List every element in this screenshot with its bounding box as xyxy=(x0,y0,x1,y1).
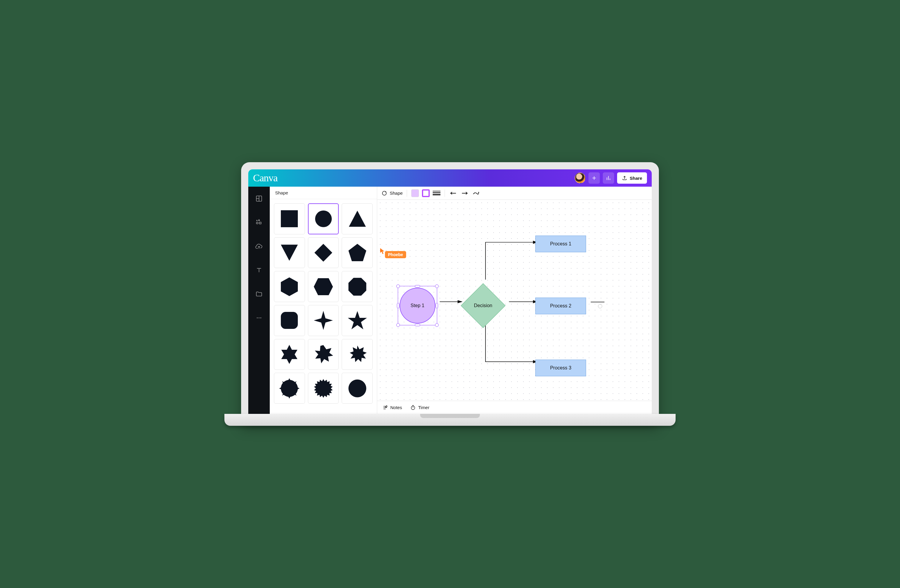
timer-label: Timer xyxy=(418,405,430,410)
canvas-region: Shape xyxy=(377,187,652,414)
svg-marker-36 xyxy=(297,387,299,390)
shape-seal-20[interactable] xyxy=(308,373,339,404)
node-label: Process 2 xyxy=(550,303,571,309)
bottom-bar: Notes Timer xyxy=(377,401,652,414)
notes-button[interactable]: Notes xyxy=(383,405,402,410)
topbar: Canva Share xyxy=(248,169,652,187)
node-process-1[interactable]: Process 1 xyxy=(535,235,586,252)
svg-rect-26 xyxy=(281,312,298,329)
shape-pentagon[interactable] xyxy=(342,237,373,268)
line-weight-button[interactable] xyxy=(433,189,441,197)
svg-marker-19 xyxy=(349,211,366,227)
node-process-2[interactable]: Process 2 xyxy=(535,297,586,314)
share-label: Share xyxy=(630,176,642,181)
svg-marker-30 xyxy=(315,345,333,363)
laptop-base xyxy=(224,414,676,426)
collaborator-name: Phoebe xyxy=(385,251,406,258)
resize-handle[interactable] xyxy=(397,303,399,308)
shape-circle[interactable] xyxy=(308,203,339,234)
notes-icon xyxy=(383,405,388,410)
shape-square[interactable] xyxy=(274,203,305,234)
svg-marker-23 xyxy=(281,277,298,296)
svg-marker-27 xyxy=(313,311,333,330)
rail-more-icon[interactable] xyxy=(253,312,265,324)
shape-triangle-down[interactable] xyxy=(274,237,305,268)
line-style-curved[interactable] xyxy=(472,189,480,197)
shape-star-5[interactable] xyxy=(342,305,373,336)
divider xyxy=(445,190,445,197)
shape-triangle[interactable] xyxy=(342,203,373,234)
shape-type-dropdown[interactable]: Shape xyxy=(382,190,403,196)
resize-handle[interactable] xyxy=(435,323,439,327)
shape-hexagon-h[interactable] xyxy=(308,271,339,302)
svg-point-15 xyxy=(259,317,260,319)
circle-tool-icon xyxy=(382,190,387,196)
canvas[interactable]: Phoebe xyxy=(377,200,652,401)
svg-point-16 xyxy=(261,317,261,319)
node-label: Process 3 xyxy=(550,365,571,371)
rail-templates-icon[interactable] xyxy=(253,193,265,204)
svg-marker-31 xyxy=(350,346,367,362)
svg-marker-28 xyxy=(348,311,367,330)
svg-rect-17 xyxy=(281,210,298,227)
shape-star-6[interactable] xyxy=(274,339,305,370)
resize-handle[interactable] xyxy=(396,323,400,327)
line-start-none[interactable] xyxy=(449,189,458,197)
svg-rect-10 xyxy=(259,222,261,224)
cursor-pointer-icon xyxy=(380,248,386,255)
resize-handle[interactable] xyxy=(415,324,420,326)
add-button[interactable] xyxy=(588,172,600,184)
shape-octagon-rounded[interactable] xyxy=(274,305,305,336)
shape-seal-24[interactable] xyxy=(342,373,373,404)
shape-grid xyxy=(270,199,377,408)
notes-label: Notes xyxy=(390,405,402,410)
share-button[interactable]: Share xyxy=(617,172,647,184)
node-step-1[interactable]: Step 1 xyxy=(398,286,437,325)
shape-diamond[interactable] xyxy=(308,237,339,268)
collaborator-cursor: Phoebe xyxy=(380,248,406,258)
rail-uploads-icon[interactable] xyxy=(253,240,265,252)
insights-button[interactable] xyxy=(603,172,614,184)
shape-star-4[interactable] xyxy=(308,305,339,336)
svg-marker-35 xyxy=(279,387,282,390)
resize-handle[interactable] xyxy=(415,285,420,288)
timer-button[interactable]: Timer xyxy=(410,405,430,410)
svg-marker-22 xyxy=(348,244,366,261)
resize-handle[interactable] xyxy=(435,285,439,288)
svg-marker-25 xyxy=(348,278,366,296)
svg-point-41 xyxy=(348,379,366,397)
svg-marker-34 xyxy=(288,396,291,399)
svg-point-9 xyxy=(256,222,258,224)
node-process-3[interactable]: Process 3 xyxy=(535,360,586,376)
fill-color-swatch[interactable] xyxy=(411,189,419,197)
shape-type-label: Shape xyxy=(390,190,403,196)
screen: Canva Share xyxy=(248,169,652,414)
avatar[interactable] xyxy=(575,173,585,183)
context-toolbar: Shape xyxy=(377,187,652,200)
selection-box xyxy=(398,286,437,325)
shape-hexagon[interactable] xyxy=(274,271,305,302)
panel-title: Shape xyxy=(270,187,377,199)
svg-point-45 xyxy=(478,192,479,193)
svg-marker-20 xyxy=(281,244,298,261)
rail-text-icon[interactable] xyxy=(253,264,265,276)
svg-marker-29 xyxy=(281,345,298,364)
border-color-swatch[interactable] xyxy=(422,189,430,197)
line-end-arrow[interactable] xyxy=(461,189,469,197)
shape-octagon[interactable] xyxy=(342,271,373,302)
shape-seal-16[interactable] xyxy=(274,373,305,404)
shape-burst-8[interactable] xyxy=(308,339,339,370)
node-decision[interactable]: Decision xyxy=(461,283,506,328)
svg-marker-33 xyxy=(288,378,291,381)
svg-marker-24 xyxy=(313,278,333,295)
shape-burst-10[interactable] xyxy=(342,339,373,370)
connection-endpoint[interactable] xyxy=(598,304,602,308)
brand-logo[interactable]: Canva xyxy=(253,172,278,184)
svg-point-18 xyxy=(315,210,332,227)
resize-handle[interactable] xyxy=(436,303,438,308)
laptop-frame: Canva Share xyxy=(241,162,659,426)
nav-rail xyxy=(248,187,270,414)
resize-handle[interactable] xyxy=(396,285,400,288)
rail-projects-icon[interactable] xyxy=(253,288,265,300)
rail-elements-icon[interactable] xyxy=(253,217,265,228)
